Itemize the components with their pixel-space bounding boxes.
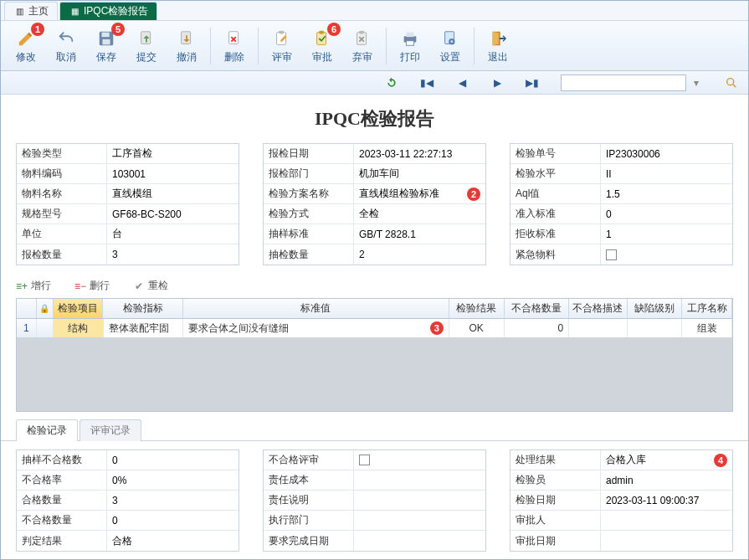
std-field[interactable] [359,229,480,240]
execdept-field[interactable] [359,515,480,527]
undo-icon [56,28,76,49]
date-field[interactable] [359,148,480,160]
tab-home[interactable]: ▥ 主页 [4,2,58,20]
dropdown-button[interactable]: ▾ [690,76,703,90]
cell-ngqty[interactable]: 0 [505,319,570,337]
cell-ngdesc[interactable] [569,319,628,337]
last-button[interactable]: ▶▮ [526,76,539,90]
okqty-field[interactable] [112,495,233,506]
cell-defect[interactable] [628,319,683,337]
rate-field[interactable] [112,475,233,486]
table-row[interactable]: 1 结构 整体装配牢固 要求合体之间没有缝细3 OK 0 组装 [17,319,732,337]
bngqty-field[interactable] [112,515,233,527]
appdate-label: 审批日期 [510,531,601,551]
ngreview-checkbox[interactable] [359,455,370,465]
result-field[interactable] [606,455,727,466]
print-button[interactable]: 打印 [390,24,430,68]
search-button[interactable] [725,76,738,90]
no-field[interactable] [606,148,727,160]
col-item[interactable]: 检验项目 [54,299,104,318]
approver-label: 审批人 [510,511,601,530]
svg-rect-9 [319,30,324,33]
col-lock[interactable]: 🔒 [37,299,54,318]
lock-icon: 🔒 [39,304,49,313]
col-defect[interactable]: 缺陷级别 [628,299,683,318]
del-row-button[interactable]: ≡−删行 [74,279,110,293]
review-button[interactable]: 评审 [262,24,302,68]
due-field[interactable] [359,535,480,547]
grid-header: 🔒 检验项目 检验指标 标准值 检验结果 不合格数量 不合格描述 缺陷级别 工序… [17,299,732,319]
col-ngqty[interactable]: 不合格数量 [505,299,570,318]
discard-button[interactable]: 弃审 [342,24,382,68]
settings-button[interactable]: 设置 [430,24,470,68]
sqty-field[interactable] [359,249,480,260]
accept-field[interactable] [606,208,727,220]
col-index[interactable] [17,299,37,318]
desc-field[interactable] [359,495,480,506]
mode-label: 检验方式 [264,204,354,223]
tab-report[interactable]: ▦ IPQC检验报告 [59,2,157,20]
urgent-checkbox[interactable] [606,249,617,260]
approver-field[interactable] [606,515,727,527]
save-button[interactable]: 5 保存 [86,24,126,68]
sng-field[interactable] [112,455,233,466]
col-ngdesc[interactable]: 不合格描述 [569,299,628,318]
cell-metric[interactable]: 整体装配牢固 [104,319,183,337]
cell-result[interactable]: OK [449,319,505,337]
cell-item[interactable]: 结构 [54,319,104,337]
cost-field[interactable] [359,475,480,486]
reject-field[interactable] [606,229,727,240]
unit-field[interactable] [112,229,233,240]
revoke-label: 撤消 [177,50,197,64]
col-std[interactable]: 标准值 [183,299,449,318]
check-type-field[interactable] [112,148,233,160]
grid-icon: ▦ [69,6,80,18]
prev-button[interactable]: ◀ [455,76,469,90]
toolbar: 1 修改 取消 5 保存 提交 撤消 删除 评审 6 审批 弃审 打印 [1,21,748,71]
col-result[interactable]: 检验结果 [449,299,505,318]
inspector-field[interactable] [606,475,727,486]
modify-button[interactable]: 1 修改 [6,24,46,68]
tab-reviews[interactable]: 评审记录 [80,419,141,441]
inspdate-field[interactable] [606,495,727,506]
due-label: 要求完成日期 [264,531,354,551]
cell-proc[interactable]: 组装 [682,319,732,337]
judge-field[interactable] [112,535,233,547]
first-button[interactable]: ▮◀ [420,76,433,90]
qty-label: 报检数量 [17,244,107,265]
svg-rect-5 [229,31,239,44]
col-proc[interactable]: 工序名称 [682,299,732,318]
cancel-button[interactable]: 取消 [46,24,86,68]
level-field[interactable] [606,168,727,180]
desc-label: 责任说明 [264,491,354,510]
qty-field[interactable] [112,249,233,260]
cell-std[interactable]: 要求合体之间没有缝细3 [183,319,449,337]
accept-label: 准入标准 [510,204,601,223]
col-metric[interactable]: 检验指标 [103,299,182,318]
mat-name-field[interactable] [112,188,233,200]
spec-field[interactable] [112,208,233,220]
next-button[interactable]: ▶ [490,76,504,90]
door-exit-icon [488,28,508,49]
aql-field[interactable] [606,188,727,200]
delete-button[interactable]: 删除 [214,24,254,68]
refresh-button[interactable] [385,76,398,90]
toolbar-separator [210,28,211,64]
tab-records[interactable]: 检验记录 [16,419,78,441]
plan-field[interactable] [359,188,480,200]
mode-field[interactable] [359,208,480,220]
mat-code-field[interactable] [112,168,233,180]
recheck-label: 重检 [148,279,168,293]
submit-button[interactable]: 提交 [126,24,167,68]
nav-search-input[interactable] [561,74,686,91]
dept-field[interactable] [359,168,480,180]
add-row-button[interactable]: ≡+增行 [16,279,51,293]
approve-button[interactable]: 6 审批 [302,24,342,68]
revoke-button[interactable]: 撤消 [167,24,207,68]
del-row-label: 删行 [90,279,110,293]
appdate-field[interactable] [606,535,727,547]
svg-point-17 [450,40,453,43]
exit-button[interactable]: 退出 [478,24,518,68]
svg-rect-11 [359,30,364,33]
recheck-button[interactable]: ✔重检 [133,279,168,293]
